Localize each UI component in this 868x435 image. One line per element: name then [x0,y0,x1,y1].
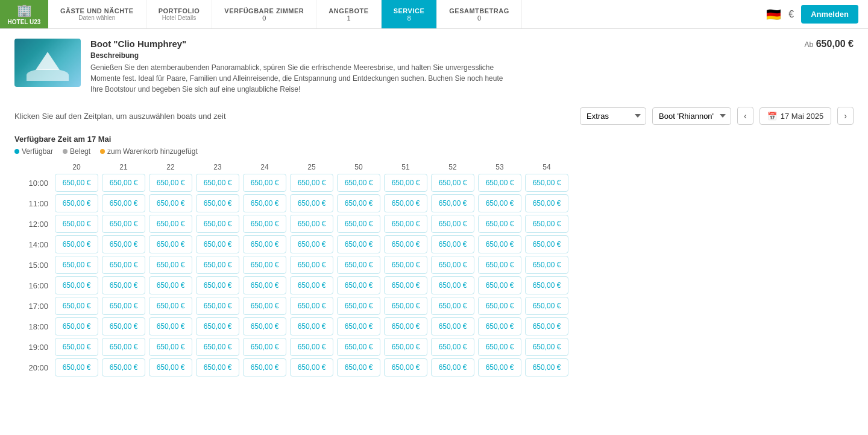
cell-button[interactable]: 650,00 € [431,317,474,335]
cell-button[interactable]: 650,00 € [243,215,286,233]
cell-button[interactable]: 650,00 € [196,256,239,274]
cell-button[interactable]: 650,00 € [337,276,380,294]
cell-button[interactable]: 650,00 € [337,194,380,212]
cell-button[interactable]: 650,00 € [431,276,474,294]
prev-date-button[interactable]: ‹ [737,107,753,125]
cell-button[interactable]: 650,00 € [243,317,286,335]
cell-button[interactable]: 650,00 € [55,235,98,253]
cell-button[interactable]: 650,00 € [102,194,145,212]
logo[interactable]: 🏢 HOTEL U23 [0,0,48,28]
cell-button[interactable]: 650,00 € [243,338,286,356]
cell-button[interactable]: 650,00 € [55,338,98,356]
cell-button[interactable]: 650,00 € [478,317,521,335]
cell-button[interactable]: 650,00 € [337,358,380,376]
cell-button[interactable]: 650,00 € [149,358,192,376]
nav-item-service[interactable]: SERVICE8 [382,0,438,28]
flag-icon[interactable]: 🇩🇪 [766,7,781,22]
cell-button[interactable]: 650,00 € [478,235,521,253]
cell-button[interactable]: 650,00 € [102,276,145,294]
cell-button[interactable]: 650,00 € [55,174,98,192]
cell-button[interactable]: 650,00 € [149,276,192,294]
cell-button[interactable]: 650,00 € [525,235,568,253]
cell-button[interactable]: 650,00 € [478,338,521,356]
cell-button[interactable]: 650,00 € [431,256,474,274]
extras-dropdown[interactable]: Extras [580,107,646,125]
cell-button[interactable]: 650,00 € [337,297,380,315]
cell-button[interactable]: 650,00 € [478,358,521,376]
cell-button[interactable]: 650,00 € [243,174,286,192]
cell-button[interactable]: 650,00 € [290,276,333,294]
cell-button[interactable]: 650,00 € [337,174,380,192]
cell-button[interactable]: 650,00 € [384,235,427,253]
cell-button[interactable]: 650,00 € [431,235,474,253]
cell-button[interactable]: 650,00 € [525,276,568,294]
cell-button[interactable]: 650,00 € [55,215,98,233]
cell-button[interactable]: 650,00 € [290,358,333,376]
cell-button[interactable]: 650,00 € [384,276,427,294]
cell-button[interactable]: 650,00 € [102,297,145,315]
cell-button[interactable]: 650,00 € [243,235,286,253]
cell-button[interactable]: 650,00 € [243,194,286,212]
cell-button[interactable]: 650,00 € [55,358,98,376]
cell-button[interactable]: 650,00 € [196,194,239,212]
cell-button[interactable]: 650,00 € [149,297,192,315]
cell-button[interactable]: 650,00 € [149,338,192,356]
cell-button[interactable]: 650,00 € [102,317,145,335]
currency-button[interactable]: € [788,9,794,20]
nav-item-rooms[interactable]: VERFÜGBARE ZIMMER0 [212,0,316,28]
cell-button[interactable]: 650,00 € [55,276,98,294]
cell-button[interactable]: 650,00 € [337,235,380,253]
cell-button[interactable]: 650,00 € [384,194,427,212]
nav-item-total[interactable]: GESAMTBETRAG0 [437,0,522,28]
cell-button[interactable]: 650,00 € [384,338,427,356]
cell-button[interactable]: 650,00 € [478,174,521,192]
nav-item-portfolio[interactable]: PORTFOLIOHotel Details [146,0,213,28]
cell-button[interactable]: 650,00 € [102,215,145,233]
cell-button[interactable]: 650,00 € [478,256,521,274]
cell-button[interactable]: 650,00 € [337,317,380,335]
cell-button[interactable]: 650,00 € [102,174,145,192]
nav-item-offer[interactable]: ANGEBOTE1 [316,0,381,28]
cell-button[interactable]: 650,00 € [525,256,568,274]
cell-button[interactable]: 650,00 € [431,194,474,212]
cell-button[interactable]: 650,00 € [478,297,521,315]
cell-button[interactable]: 650,00 € [431,358,474,376]
cell-button[interactable]: 650,00 € [337,215,380,233]
cell-button[interactable]: 650,00 € [149,235,192,253]
cell-button[interactable]: 650,00 € [290,256,333,274]
cell-button[interactable]: 650,00 € [243,358,286,376]
cell-button[interactable]: 650,00 € [478,276,521,294]
cell-button[interactable]: 650,00 € [290,317,333,335]
cell-button[interactable]: 650,00 € [525,338,568,356]
cell-button[interactable]: 650,00 € [149,174,192,192]
cell-button[interactable]: 650,00 € [243,256,286,274]
cell-button[interactable]: 650,00 € [525,297,568,315]
cell-button[interactable]: 650,00 € [384,256,427,274]
cell-button[interactable]: 650,00 € [149,256,192,274]
cell-button[interactable]: 650,00 € [196,235,239,253]
cell-button[interactable]: 650,00 € [290,174,333,192]
cell-button[interactable]: 650,00 € [55,194,98,212]
cell-button[interactable]: 650,00 € [431,215,474,233]
cell-button[interactable]: 650,00 € [55,297,98,315]
cell-button[interactable]: 650,00 € [55,256,98,274]
cell-button[interactable]: 650,00 € [431,297,474,315]
nav-item-guests[interactable]: GÄSTE UND NÄCHTEDaten wählen [48,0,146,28]
cell-button[interactable]: 650,00 € [102,358,145,376]
cell-button[interactable]: 650,00 € [290,297,333,315]
cell-button[interactable]: 650,00 € [55,317,98,335]
cell-button[interactable]: 650,00 € [196,338,239,356]
login-button[interactable]: Anmelden [801,5,858,24]
cell-button[interactable]: 650,00 € [196,297,239,315]
next-date-button[interactable]: › [837,107,854,125]
date-picker-button[interactable]: 📅 17 Mai 2025 [760,107,832,125]
cell-button[interactable]: 650,00 € [196,276,239,294]
cell-button[interactable]: 650,00 € [196,215,239,233]
cell-button[interactable]: 650,00 € [149,215,192,233]
cell-button[interactable]: 650,00 € [149,317,192,335]
cell-button[interactable]: 650,00 € [243,276,286,294]
cell-button[interactable]: 650,00 € [102,235,145,253]
cell-button[interactable]: 650,00 € [384,215,427,233]
cell-button[interactable]: 650,00 € [337,256,380,274]
cell-button[interactable]: 650,00 € [102,338,145,356]
